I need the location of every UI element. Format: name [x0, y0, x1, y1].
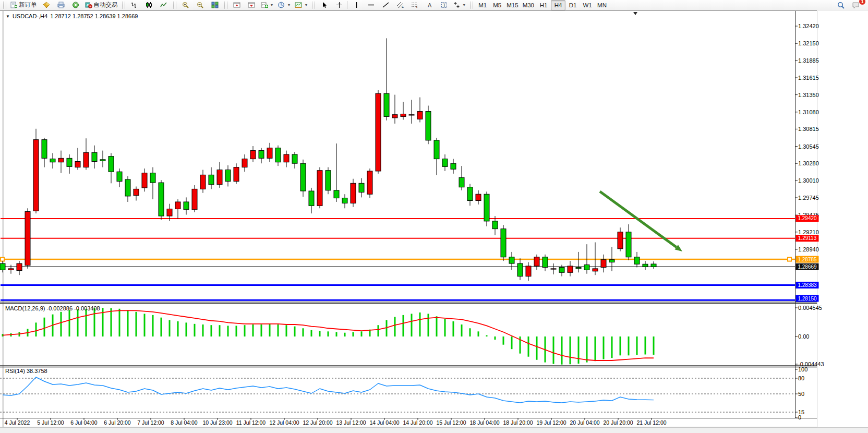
trend-arrow[interactable] [600, 191, 677, 247]
indicator-window-button[interactable] [230, 0, 244, 10]
chevron-down-icon: ▼ [287, 3, 291, 7]
print-button[interactable] [54, 0, 68, 10]
tile-windows-button[interactable] [208, 0, 222, 10]
macd-tick-label: 0.00 [798, 333, 809, 340]
macd-histogram-bar [586, 336, 588, 363]
time-tick-label: 10 Jul 23:00 [202, 419, 232, 426]
macd-histogram-bar [620, 336, 621, 355]
community-button[interactable] [39, 0, 54, 10]
macd-histogram-bar [419, 312, 421, 336]
macd-indicator-label: MACD(12,26,9) -0.002886 -0.003408 [5, 305, 100, 311]
timeframe-d1-button[interactable]: D1 [565, 0, 580, 10]
macd-histogram-bar [469, 328, 471, 336]
macd-histogram-bar [645, 336, 646, 354]
one-click-collapse-icon[interactable]: ▼ [6, 14, 10, 19]
toolbar-grip[interactable] [3, 2, 6, 9]
macd-histogram-bar [536, 336, 538, 360]
time-tick-label: 6 Jul 20:00 [104, 419, 131, 426]
arrows-tool-button[interactable]: ▼ [451, 0, 468, 10]
toolbar-grip[interactable] [173, 2, 176, 9]
macd-histogram-bar [286, 325, 287, 336]
status-bar [0, 427, 868, 433]
cursor-tool-button[interactable] [317, 0, 332, 10]
svg-text:A: A [428, 2, 432, 8]
zoom-in-button[interactable] [178, 0, 193, 10]
candle-bearish [509, 257, 514, 263]
new-order-button[interactable]: 新订单 [8, 0, 39, 10]
new-order-icon [10, 2, 17, 8]
candle-bearish [517, 263, 523, 276]
price-tick-label: 1.32420 [798, 23, 819, 29]
macd-histogram-bar [77, 309, 79, 336]
equidistant-channel-tool-button[interactable]: E [393, 0, 407, 10]
template-button[interactable]: ▼ [293, 0, 310, 10]
line-anchor-handle[interactable] [788, 258, 791, 261]
candle-bearish [492, 221, 498, 229]
macd-histogram-bar [478, 331, 479, 336]
candle-bullish [33, 140, 39, 211]
search-button[interactable] [834, 0, 848, 10]
timeframe-mn-button[interactable]: MN [595, 0, 609, 10]
macd-histogram-bar [86, 309, 87, 336]
timeframe-m5-button[interactable]: M5 [490, 0, 504, 10]
price-tag-label: 1.28669 [798, 264, 817, 270]
time-tick-label: 14 Jul 20:00 [403, 419, 432, 426]
toolbar-grip[interactable] [312, 2, 315, 9]
subwindow-button[interactable] [244, 0, 259, 10]
text-tool-button[interactable]: A [422, 0, 437, 10]
toolbar-grip[interactable] [470, 2, 473, 9]
chevron-down-icon: ▼ [270, 3, 274, 7]
chart-symbol-period: USDCAD-,H4 [13, 13, 47, 19]
bar-chart-mode-button[interactable] [127, 0, 142, 10]
toolbar-grip[interactable] [224, 2, 227, 9]
toolbar-grip[interactable] [122, 2, 125, 9]
auto-trading-button[interactable]: 自动交易 [83, 0, 120, 10]
timeframe-m15-button[interactable]: M15 [504, 0, 520, 10]
signal-button[interactable] [68, 0, 83, 10]
auto-trading-icon [85, 2, 92, 8]
macd-histogram-bar [603, 336, 605, 359]
chart-shift-marker[interactable] [633, 12, 637, 15]
timeframe-w1-button[interactable]: W1 [580, 0, 595, 10]
new-chart-icon [261, 2, 268, 8]
new-chart-button[interactable]: ▼ [259, 0, 276, 10]
vertical-line-tool-button[interactable] [349, 0, 364, 10]
bar-chart-icon [131, 2, 138, 8]
macd-histogram-bar [252, 324, 254, 336]
fibonacci-tool-button[interactable]: F [407, 0, 422, 10]
trendline-tool-button[interactable] [378, 0, 393, 10]
macd-histogram-bar [211, 325, 212, 336]
macd-histogram-bar [278, 324, 279, 336]
time-tick-label: 15 Jul 12:00 [436, 419, 466, 426]
line-chart-icon [160, 2, 167, 8]
candle-bearish [209, 175, 214, 184]
zoom-out-button[interactable] [193, 0, 208, 10]
candlestick-mode-button[interactable] [142, 0, 156, 10]
candle-bullish [476, 194, 481, 200]
text-label-tool-button[interactable]: T [437, 0, 451, 10]
rsi-line [3, 377, 654, 403]
new-order-label: 新订单 [19, 1, 37, 9]
candle-bullish [526, 266, 531, 276]
timeframe-m1-button[interactable]: M1 [475, 0, 490, 10]
timeframe-h4-button[interactable]: H4 [551, 0, 565, 10]
svg-text:F: F [416, 5, 418, 8]
line-chart-mode-button[interactable] [156, 0, 171, 10]
macd-histogram-bar [553, 336, 554, 364]
crosshair-tool-button[interactable] [332, 0, 346, 10]
notifications-button[interactable]: 1 [848, 0, 863, 10]
toolbar-divider [347, 1, 348, 9]
candle-bearish [259, 151, 264, 159]
macd-histogram-bar [111, 308, 112, 336]
macd-histogram-bar [561, 336, 563, 365]
chart-canvas[interactable]: 1.324201.321501.318851.316151.313501.310… [0, 0, 868, 433]
price-tick-label: 1.30280 [798, 160, 819, 166]
price-tag-label: 1.29420 [798, 215, 817, 221]
timeframe-h1-button[interactable]: H1 [536, 0, 551, 10]
horizontal-line-tool-button[interactable] [364, 0, 378, 10]
periods-button[interactable]: ▼ [275, 0, 293, 10]
timeframe-m30-button[interactable]: M30 [521, 0, 536, 10]
macd-histogram-bar [161, 318, 162, 336]
line-anchor-handle[interactable] [1, 258, 4, 261]
community-icon [43, 2, 50, 8]
